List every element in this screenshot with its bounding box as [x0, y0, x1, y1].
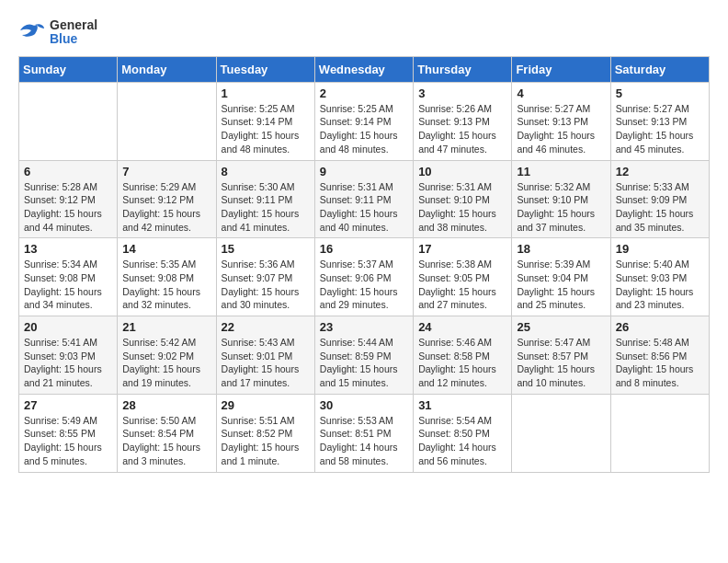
calendar-day-cell: 27Sunrise: 5:49 AM Sunset: 8:55 PM Dayli…: [19, 394, 118, 472]
weekday-header: Saturday: [610, 56, 709, 82]
calendar-day-cell: 9Sunrise: 5:31 AM Sunset: 9:11 PM Daylig…: [314, 160, 413, 238]
day-number: 10: [418, 165, 506, 178]
day-info: Sunrise: 5:27 AM Sunset: 9:13 PM Dayligh…: [616, 102, 704, 156]
day-number: 26: [616, 320, 704, 334]
day-number: 12: [616, 165, 704, 178]
day-number: 24: [418, 320, 506, 334]
day-info: Sunrise: 5:31 AM Sunset: 9:11 PM Dayligh…: [320, 180, 408, 235]
day-info: Sunrise: 5:43 AM Sunset: 9:01 PM Dayligh…: [222, 336, 310, 390]
day-number: 13: [24, 242, 112, 256]
day-info: Sunrise: 5:31 AM Sunset: 9:10 PM Dayligh…: [418, 180, 506, 235]
day-info: Sunrise: 5:42 AM Sunset: 9:02 PM Dayligh…: [122, 336, 210, 390]
calendar-day-cell: 4Sunrise: 5:27 AM Sunset: 9:13 PM Daylig…: [512, 82, 610, 160]
day-number: 8: [222, 165, 310, 178]
calendar-day-cell: 11Sunrise: 5:32 AM Sunset: 9:10 PM Dayli…: [512, 160, 610, 238]
day-number: 18: [517, 242, 605, 256]
logo-text: General Blue: [50, 18, 97, 47]
weekday-header: Sunday: [19, 56, 118, 82]
calendar-day-cell: 20Sunrise: 5:41 AM Sunset: 9:03 PM Dayli…: [19, 316, 118, 395]
day-info: Sunrise: 5:25 AM Sunset: 9:14 PM Dayligh…: [222, 102, 310, 156]
calendar-week-row: 20Sunrise: 5:41 AM Sunset: 9:03 PM Dayli…: [19, 316, 710, 395]
day-number: 4: [517, 86, 605, 100]
day-info: Sunrise: 5:44 AM Sunset: 8:59 PM Dayligh…: [320, 336, 408, 390]
day-number: 17: [418, 242, 506, 256]
calendar-day-cell: 26Sunrise: 5:48 AM Sunset: 8:56 PM Dayli…: [610, 316, 709, 395]
day-number: 7: [122, 165, 210, 178]
calendar-day-cell: 5Sunrise: 5:27 AM Sunset: 9:13 PM Daylig…: [610, 82, 709, 160]
day-number: 6: [24, 165, 112, 178]
day-info: Sunrise: 5:46 AM Sunset: 8:58 PM Dayligh…: [418, 336, 506, 390]
calendar-week-row: 1Sunrise: 5:25 AM Sunset: 9:14 PM Daylig…: [19, 82, 710, 160]
weekday-header: Tuesday: [216, 56, 314, 82]
day-number: 27: [24, 398, 112, 412]
calendar-day-cell: 21Sunrise: 5:42 AM Sunset: 9:02 PM Dayli…: [118, 316, 216, 395]
calendar-week-row: 27Sunrise: 5:49 AM Sunset: 8:55 PM Dayli…: [19, 394, 710, 472]
calendar-day-cell: 30Sunrise: 5:53 AM Sunset: 8:51 PM Dayli…: [314, 394, 413, 472]
weekday-header: Friday: [512, 56, 610, 82]
weekday-header: Wednesday: [314, 56, 413, 82]
calendar-day-cell: 25Sunrise: 5:47 AM Sunset: 8:57 PM Dayli…: [512, 316, 610, 395]
calendar-day-cell: 29Sunrise: 5:51 AM Sunset: 8:52 PM Dayli…: [216, 394, 314, 472]
weekday-header: Monday: [118, 56, 216, 82]
calendar-day-cell: 16Sunrise: 5:37 AM Sunset: 9:06 PM Dayli…: [314, 238, 413, 316]
day-info: Sunrise: 5:35 AM Sunset: 9:08 PM Dayligh…: [122, 258, 210, 312]
calendar-day-cell: 19Sunrise: 5:40 AM Sunset: 9:03 PM Dayli…: [610, 238, 709, 316]
day-info: Sunrise: 5:54 AM Sunset: 8:50 PM Dayligh…: [418, 414, 506, 468]
calendar-day-cell: 24Sunrise: 5:46 AM Sunset: 8:58 PM Dayli…: [414, 316, 512, 395]
day-info: Sunrise: 5:50 AM Sunset: 8:54 PM Dayligh…: [122, 414, 210, 468]
day-number: 21: [122, 320, 210, 334]
calendar-day-cell: [610, 394, 709, 472]
calendar-day-cell: [19, 82, 118, 160]
day-number: 15: [222, 242, 310, 256]
calendar-day-cell: 15Sunrise: 5:36 AM Sunset: 9:07 PM Dayli…: [216, 238, 314, 316]
calendar-table: SundayMondayTuesdayWednesdayThursdayFrid…: [18, 56, 710, 473]
day-number: 19: [616, 242, 704, 256]
calendar-day-cell: 6Sunrise: 5:28 AM Sunset: 9:12 PM Daylig…: [19, 160, 118, 238]
day-number: 14: [122, 242, 210, 256]
day-number: 31: [418, 398, 506, 412]
calendar-day-cell: 7Sunrise: 5:29 AM Sunset: 9:12 PM Daylig…: [118, 160, 216, 238]
calendar-week-row: 13Sunrise: 5:34 AM Sunset: 9:08 PM Dayli…: [19, 238, 710, 316]
calendar-day-cell: [118, 82, 216, 160]
day-number: 5: [616, 86, 704, 100]
calendar-day-cell: 28Sunrise: 5:50 AM Sunset: 8:54 PM Dayli…: [118, 394, 216, 472]
day-number: 22: [222, 320, 310, 334]
calendar-week-row: 6Sunrise: 5:28 AM Sunset: 9:12 PM Daylig…: [19, 160, 710, 238]
calendar-day-cell: 23Sunrise: 5:44 AM Sunset: 8:59 PM Dayli…: [314, 316, 413, 395]
day-info: Sunrise: 5:33 AM Sunset: 9:09 PM Dayligh…: [616, 180, 704, 235]
day-info: Sunrise: 5:53 AM Sunset: 8:51 PM Dayligh…: [320, 414, 408, 468]
day-info: Sunrise: 5:36 AM Sunset: 9:07 PM Dayligh…: [222, 258, 310, 312]
day-number: 28: [122, 398, 210, 412]
day-info: Sunrise: 5:30 AM Sunset: 9:11 PM Dayligh…: [222, 180, 310, 235]
calendar-day-cell: 8Sunrise: 5:30 AM Sunset: 9:11 PM Daylig…: [216, 160, 314, 238]
calendar-day-cell: 10Sunrise: 5:31 AM Sunset: 9:10 PM Dayli…: [414, 160, 512, 238]
weekday-header: Thursday: [414, 56, 512, 82]
calendar-day-cell: [512, 394, 610, 472]
day-info: Sunrise: 5:34 AM Sunset: 9:08 PM Dayligh…: [24, 258, 112, 312]
day-info: Sunrise: 5:38 AM Sunset: 9:05 PM Dayligh…: [418, 258, 506, 312]
day-info: Sunrise: 5:39 AM Sunset: 9:04 PM Dayligh…: [517, 258, 605, 312]
calendar-day-cell: 1Sunrise: 5:25 AM Sunset: 9:14 PM Daylig…: [216, 82, 314, 160]
calendar-day-cell: 22Sunrise: 5:43 AM Sunset: 9:01 PM Dayli…: [216, 316, 314, 395]
day-info: Sunrise: 5:27 AM Sunset: 9:13 PM Dayligh…: [517, 102, 605, 156]
day-info: Sunrise: 5:32 AM Sunset: 9:10 PM Dayligh…: [517, 180, 605, 235]
day-info: Sunrise: 5:28 AM Sunset: 9:12 PM Dayligh…: [24, 180, 112, 235]
day-info: Sunrise: 5:47 AM Sunset: 8:57 PM Dayligh…: [517, 336, 605, 390]
calendar-day-cell: 12Sunrise: 5:33 AM Sunset: 9:09 PM Dayli…: [610, 160, 709, 238]
day-info: Sunrise: 5:37 AM Sunset: 9:06 PM Dayligh…: [320, 258, 408, 312]
day-info: Sunrise: 5:26 AM Sunset: 9:13 PM Dayligh…: [418, 102, 506, 156]
day-number: 25: [517, 320, 605, 334]
day-info: Sunrise: 5:49 AM Sunset: 8:55 PM Dayligh…: [24, 414, 112, 468]
day-info: Sunrise: 5:48 AM Sunset: 8:56 PM Dayligh…: [616, 336, 704, 390]
day-number: 11: [517, 165, 605, 178]
day-number: 9: [320, 165, 408, 178]
calendar-day-cell: 2Sunrise: 5:25 AM Sunset: 9:14 PM Daylig…: [314, 82, 413, 160]
calendar-day-cell: 18Sunrise: 5:39 AM Sunset: 9:04 PM Dayli…: [512, 238, 610, 316]
calendar-day-cell: 3Sunrise: 5:26 AM Sunset: 9:13 PM Daylig…: [414, 82, 512, 160]
calendar-header-row: SundayMondayTuesdayWednesdayThursdayFrid…: [19, 56, 710, 82]
day-number: 3: [418, 86, 506, 100]
day-number: 29: [222, 398, 310, 412]
calendar-day-cell: 13Sunrise: 5:34 AM Sunset: 9:08 PM Dayli…: [19, 238, 118, 316]
logo-icon: [18, 21, 46, 43]
page-container: General Blue SundayMondayTuesdayWednesda…: [18, 18, 710, 473]
